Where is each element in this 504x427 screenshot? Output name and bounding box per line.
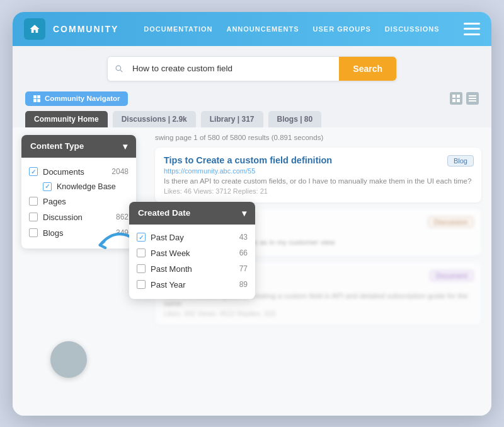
checkbox-blogs[interactable] [29,228,38,237]
tab-blogs[interactable]: Blogs | 80 [268,111,322,127]
nav-discussions[interactable]: Discussions [385,25,440,33]
header: COMMUNITY Documentation Announcements Us… [13,12,491,46]
filter-item-past-week[interactable]: Past Week 66 [137,245,248,261]
content-type-header[interactable]: Content Type ▾ [21,135,136,158]
search-icon [108,64,130,73]
filter-item-past-year[interactable]: Past Year 89 [137,277,248,293]
filter-item-knowledge-base[interactable]: Knowledge Base [29,180,129,194]
svg-rect-5 [457,95,460,98]
svg-rect-10 [469,100,476,102]
result-title-0[interactable]: Tips to Create a custom field definition [164,155,472,165]
community-nav-bar: Community Navigator [13,88,491,106]
checkbox-past-day[interactable] [137,233,146,242]
checkbox-pages[interactable] [29,197,38,206]
svg-rect-2 [33,99,37,102]
filter-item-pages[interactable]: Pages [29,194,129,209]
svg-rect-9 [469,98,476,99]
checkbox-past-week[interactable] [137,249,146,257]
result-excerpt-0: Is there an API to create custom fields,… [164,177,472,185]
grid-view-icon[interactable] [450,92,462,105]
chevron-down-icon-date: ▾ [242,208,246,218]
chevron-down-icon: ▾ [123,141,127,151]
search-bar-area: Search [13,46,491,88]
result-url-0[interactable]: https://community.abc.com/55 [164,167,472,175]
search-input[interactable] [130,58,339,79]
community-navigator-button[interactable]: Community Navigator [25,91,128,106]
nav-links: Documentation Announcements User Groups … [144,25,455,33]
home-icon[interactable] [24,18,45,40]
tab-library[interactable]: Library | 317 [201,111,263,127]
result-badge-1: Discussion [428,216,474,228]
checkbox-discussion[interactable] [29,213,38,221]
checkbox-past-year[interactable] [137,280,146,289]
search-bar: Search [107,56,397,81]
search-button[interactable]: Search [339,57,396,81]
list-view-icon[interactable] [466,92,479,105]
created-date-body: Past Day 43 Past Week 66 Past Month 77 [129,225,255,299]
result-badge-2: Document [430,270,474,281]
filter-item-past-month[interactable]: Past Month 77 [137,261,248,277]
main-content: Content Type ▾ Documents 2048 Knowledge … [13,127,491,416]
result-card-0: Blog Tips to Create a custom field defin… [155,148,481,202]
svg-rect-8 [469,95,476,97]
created-date-header[interactable]: Created Date ▾ [129,202,255,225]
view-toggle [450,92,479,105]
svg-rect-4 [452,95,455,98]
nav-documentation[interactable]: Documentation [144,25,212,33]
results-count: swing page 1 of 580 of 5800 results (0.8… [155,134,481,141]
fab-add-button[interactable] [50,341,87,378]
result-meta-2: Likes: 342 Views: 4522 Replies: 333 [164,310,472,317]
filter-item-past-day[interactable]: Past Day 43 [137,230,248,245]
checkbox-knowledge-base[interactable] [43,182,52,191]
created-date-dropdown: Created Date ▾ Past Day 43 Past Week 66 [129,202,255,299]
nav-user-groups[interactable]: User Groups [313,25,371,33]
svg-rect-7 [457,99,460,102]
svg-rect-0 [33,95,37,98]
tab-discussions[interactable]: Discussions | 2.9k [113,111,196,127]
nav-announcements[interactable]: Announcements [226,25,299,33]
checkbox-documents[interactable] [29,167,38,176]
filter-item-documents[interactable]: Documents 2048 [29,164,129,180]
svg-rect-6 [452,99,455,102]
checkbox-past-month[interactable] [137,264,146,273]
result-badge-0: Blog [447,155,474,167]
hamburger-menu[interactable] [464,23,480,35]
brand-text: COMMUNITY [53,24,118,34]
svg-rect-1 [37,95,40,98]
tabs-bar: Community Home Discussions | 2.9k Librar… [13,106,491,127]
browser-frame: COMMUNITY Documentation Announcements Us… [13,12,491,416]
tab-community-home[interactable]: Community Home [25,111,108,127]
result-meta-0: Likes: 46 Views: 3712 Replies: 21 [164,187,472,195]
svg-rect-3 [37,99,40,102]
